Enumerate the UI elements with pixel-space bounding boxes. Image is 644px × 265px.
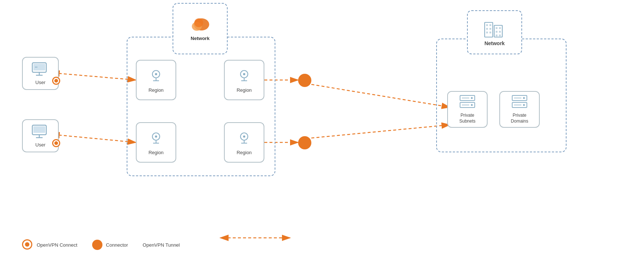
user1-connect-inner bbox=[54, 79, 58, 83]
region1-icon bbox=[148, 68, 164, 84]
svg-line-7 bbox=[311, 125, 450, 138]
region2-icon bbox=[148, 130, 164, 146]
svg-point-22 bbox=[155, 73, 157, 75]
svg-rect-42 bbox=[489, 28, 491, 30]
private-domains-box: PrivateDomains bbox=[499, 91, 540, 128]
legend-connect-icon bbox=[22, 239, 33, 250]
svg-point-60 bbox=[523, 104, 525, 106]
user2-connect-inner bbox=[54, 141, 58, 145]
legend-tunnel: OpenVPN Tunnel bbox=[143, 242, 180, 248]
svg-rect-44 bbox=[489, 32, 491, 33]
svg-text:▪▪: ▪▪ bbox=[35, 65, 38, 69]
diagram-container: Network ▪▪ User User bbox=[0, 0, 644, 265]
connector2-dot bbox=[298, 136, 311, 149]
private-subnets-label: PrivateSubnets bbox=[459, 113, 475, 124]
region3-label: Region bbox=[236, 87, 252, 93]
openvpn-cloud-header: Network bbox=[173, 3, 228, 54]
user2-box: User bbox=[22, 119, 59, 152]
svg-point-59 bbox=[523, 97, 525, 99]
connector1-dot bbox=[298, 74, 311, 87]
network-label: Network bbox=[484, 40, 504, 46]
svg-rect-20 bbox=[33, 126, 45, 133]
region2-label: Region bbox=[148, 150, 163, 155]
svg-rect-39 bbox=[486, 24, 488, 26]
legend-connector-label: Connector bbox=[106, 242, 128, 248]
legend: OpenVPN Connect Connector OpenVPN Tunnel bbox=[22, 239, 180, 250]
svg-rect-41 bbox=[486, 28, 488, 30]
network-building-icon bbox=[482, 19, 507, 39]
svg-point-53 bbox=[471, 97, 473, 99]
svg-point-26 bbox=[155, 135, 157, 138]
legend-connector: Connector bbox=[92, 240, 128, 250]
private-domains-label: PrivateDomains bbox=[511, 113, 528, 124]
legend-openvpn-connect: OpenVPN Connect bbox=[22, 239, 77, 250]
region4-label: Region bbox=[236, 150, 252, 155]
svg-point-30 bbox=[243, 73, 245, 75]
openvpn-cloud-icon bbox=[189, 16, 211, 34]
region4-icon bbox=[236, 130, 252, 146]
user1-icon: ▪▪ bbox=[31, 62, 50, 76]
svg-point-34 bbox=[243, 135, 245, 138]
user1-box: ▪▪ User bbox=[22, 57, 59, 90]
svg-rect-48 bbox=[499, 31, 501, 33]
region4-box: Region bbox=[224, 122, 264, 163]
svg-rect-38 bbox=[494, 25, 502, 37]
svg-line-2 bbox=[59, 73, 136, 80]
svg-line-6 bbox=[311, 84, 450, 107]
legend-connect-label: OpenVPN Connect bbox=[37, 242, 77, 248]
user2-label: User bbox=[35, 142, 45, 148]
legend-tunnel-label: OpenVPN Tunnel bbox=[143, 242, 180, 248]
svg-rect-43 bbox=[486, 32, 488, 33]
region1-label: Region bbox=[148, 87, 163, 93]
private-subnets-box: PrivateSubnets bbox=[447, 91, 488, 128]
svg-rect-40 bbox=[489, 24, 491, 26]
network-icon-box: Network bbox=[467, 10, 522, 54]
svg-point-11 bbox=[194, 18, 203, 27]
openvpn-cloud-label: Network bbox=[191, 36, 209, 42]
svg-rect-49 bbox=[496, 35, 498, 36]
svg-line-3 bbox=[59, 135, 136, 142]
region2-box: Region bbox=[136, 122, 176, 163]
private-subnets-icon bbox=[459, 94, 476, 110]
svg-rect-47 bbox=[496, 31, 498, 33]
region1-box: Region bbox=[136, 60, 176, 100]
region3-icon bbox=[236, 68, 252, 84]
svg-rect-37 bbox=[485, 22, 493, 37]
user2-icon bbox=[31, 124, 50, 138]
svg-rect-50 bbox=[499, 35, 501, 36]
private-domains-icon bbox=[511, 94, 528, 110]
svg-rect-45 bbox=[496, 27, 498, 29]
user1-label: User bbox=[35, 80, 45, 85]
svg-point-54 bbox=[471, 104, 473, 106]
svg-rect-46 bbox=[499, 27, 501, 29]
region3-box: Region bbox=[224, 60, 264, 100]
legend-connector-icon bbox=[92, 240, 102, 250]
